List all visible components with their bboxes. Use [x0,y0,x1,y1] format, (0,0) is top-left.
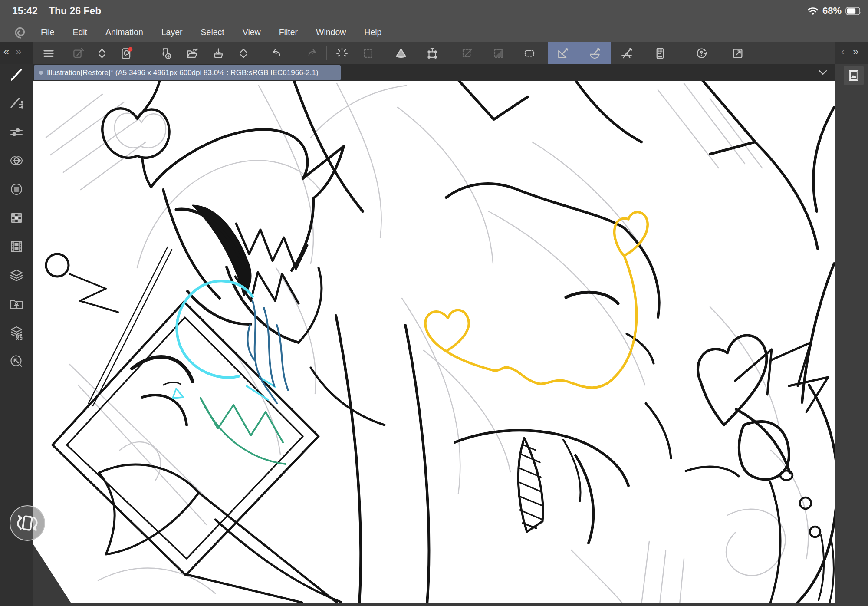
document-title: Illustration[Restore]* (A5 3496 x 4961px… [47,69,319,77]
canvas-artwork[interactable] [33,81,835,606]
sidebar-tool-layer-property[interactable] [8,324,25,341]
sidebar-tool-color-wheel[interactable] [8,181,25,198]
menu-item-select[interactable]: Select [201,27,224,37]
toolbar-right-nav: ‹ » [835,42,868,64]
tab-list-chevron-icon[interactable] [817,67,829,78]
undo-icon[interactable] [266,44,286,63]
toolbar-separator [448,46,448,60]
clock: 15:42 [12,5,38,17]
toolbar-separator [546,46,546,60]
collapse-commands-2-icon[interactable] [234,44,253,63]
rotate-canvas-button[interactable] [9,505,46,541]
menu-item-window[interactable]: Window [316,27,346,37]
sidebar-tool-tool-property[interactable] [8,123,25,141]
modifier-keys-icon[interactable] [650,44,669,63]
sidebar-tool-color-history[interactable] [8,152,25,169]
menu-item-layer[interactable]: Layer [161,27,183,37]
clip-studio-logo-icon[interactable] [13,26,26,39]
menu-bar: File Edit Animation Layer Select View Fi… [0,23,868,42]
reset-display-icon[interactable] [332,44,352,63]
document-tab[interactable]: Illustration[Restore]* (A5 3496 x 4961px… [34,65,341,80]
clip-studio-app-icon[interactable] [117,44,136,63]
sidebar-tool-color-set[interactable] [8,209,25,227]
menu-item-animation[interactable]: Animation [105,27,143,37]
sidebar-tool-brush[interactable] [8,66,25,83]
date: Thu 26 Feb [49,5,101,17]
eraser-icon[interactable] [391,44,411,63]
wifi-icon [807,7,819,15]
toolbar-scroll-right-icon[interactable]: » [853,46,858,58]
toolbar-left-nav: « » [0,42,33,64]
sidebar-tool-sub-tool[interactable] [8,95,25,112]
open-file-icon[interactable] [183,44,202,63]
menu-item-edit[interactable]: Edit [72,27,87,37]
snap-off-icon[interactable] [358,44,378,63]
snap-to-special-ruler-icon[interactable] [585,44,604,63]
menu-item-help[interactable]: Help [364,27,381,37]
clip-studio-paint-window: 15:42 Thu 26 Feb 68% File Edit Animation… [0,0,868,606]
toolbar-separator [682,46,682,60]
gesture-help-icon[interactable] [692,44,711,63]
share-icon[interactable] [728,44,747,63]
toolbar-scroll-left-icon[interactable]: ‹ [841,46,845,58]
toolbar-separator [258,46,258,60]
menu-items: File Edit Animation Layer Select View Fi… [41,27,381,37]
unsaved-indicator-dot [39,71,43,75]
history-forward-icon[interactable]: » [16,46,21,58]
sidebar-tool-material[interactable] [8,295,25,313]
history-back-icon[interactable]: « [3,46,9,58]
toolbar-separator [144,46,144,60]
status-bar: 15:42 Thu 26 Feb 68% [0,0,868,23]
edit-in-companion-app-icon[interactable] [69,44,88,63]
toolbar-separator [644,46,644,60]
new-canvas-icon[interactable] [156,44,175,63]
sidebar-tool-navigator[interactable] [8,352,25,370]
right-palette-dock [835,64,868,606]
battery-percent: 68% [822,5,842,16]
canvas-preview-palette-button[interactable] [844,66,864,85]
invert-selection-icon[interactable] [490,44,509,63]
transform-icon[interactable] [423,44,442,63]
snap-to-ruler-icon[interactable] [553,44,572,63]
sidebar-tool-layer[interactable] [8,267,25,284]
main-toolbar: « » [0,42,868,64]
snap-to-grid-icon[interactable] [617,44,636,63]
menu-item-filter[interactable]: Filter [279,27,298,37]
main-menu-icon[interactable] [39,44,58,63]
deselect-icon[interactable] [458,44,477,63]
redo-icon[interactable] [303,44,322,63]
toolbar-separator [326,46,327,60]
document-title-bar: Illustration[Restore]* (A5 3496 x 4961px… [33,64,835,81]
save-icon[interactable] [209,44,228,63]
battery-icon [845,7,862,15]
collapse-commands-icon[interactable] [92,44,112,63]
canvas-area[interactable] [33,81,835,606]
menu-item-view[interactable]: View [243,27,261,37]
image-panel-icon [847,69,860,82]
menu-item-file[interactable]: File [41,27,54,37]
sidebar-tool-timeline[interactable] [8,238,25,255]
selection-launcher-icon[interactable] [520,44,539,63]
toolbar-separator [719,46,719,60]
